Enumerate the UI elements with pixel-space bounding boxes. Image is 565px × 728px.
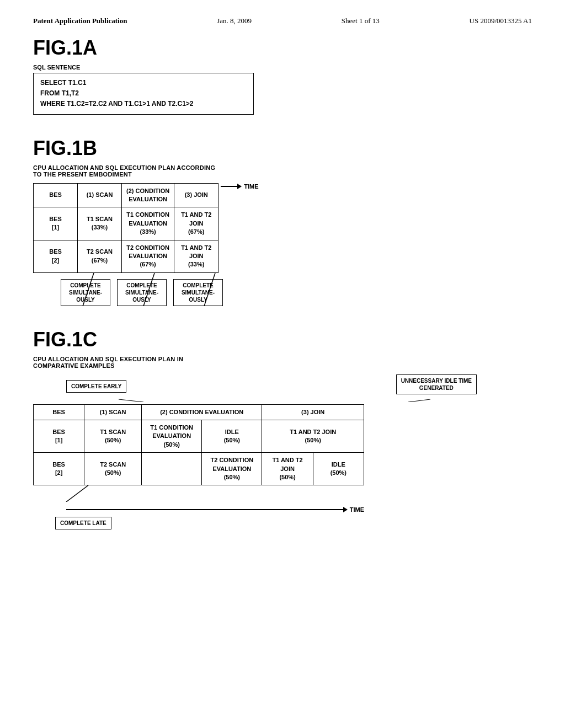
- fig1b-table-wrapper: BES (1) SCAN (2) CONDITIONEVALUATION (3)…: [33, 183, 218, 306]
- fig1c-content: BES (1) SCAN (2) CONDITION EVALUATION (3…: [33, 404, 532, 530]
- fig1c-table-wrapper: BES (1) SCAN (2) CONDITION EVALUATION (3…: [33, 404, 364, 530]
- table-row: BES[1] T1 SCAN(50%) T1 CONDITIONEVALUATI…: [34, 420, 364, 453]
- page-header: Patent Application Publication Jan. 8, 2…: [33, 17, 532, 25]
- cell-t1scan: T1 SCAN(33%): [78, 207, 122, 240]
- sql-label: SQL SENTENCE: [33, 64, 532, 71]
- header-condition: (2) CONDITIONEVALUATION: [122, 183, 174, 207]
- fig1b-title: FIG.1B: [33, 137, 532, 160]
- svg-line-5: [66, 485, 88, 502]
- fig1a-title: FIG.1A: [33, 36, 532, 60]
- sql-line-3: WHERE T1.C2=T2.C2 AND T1.C1>1 AND T2.C1>…: [40, 99, 247, 109]
- fig1c-callouts: COMPLETE EARLY UNNECESSARY IDLE TIMEGENE…: [33, 374, 532, 402]
- cell-t2scan-50: T2 SCAN(50%): [84, 453, 142, 485]
- cell-t2cond: T2 CONDITIONEVALUATION(67%): [122, 240, 174, 272]
- pub-title: Patent Application Publication: [33, 17, 127, 25]
- svg-line-4: [408, 399, 430, 402]
- fig1b-bottom: COMPLETESIMULTANE-OUSLY COMPLETESIMULTAN…: [33, 273, 218, 306]
- header-scan: (1) SCAN: [84, 404, 142, 420]
- cell-t1cond-50: T1 CONDITIONEVALUATION(50%): [142, 420, 202, 453]
- complete-boxes-row: COMPLETESIMULTANE-OUSLY COMPLETESIMULTAN…: [61, 279, 223, 306]
- header-scan: (1) SCAN: [78, 183, 122, 207]
- cell-t2join: T1 AND T2JOIN(33%): [174, 240, 218, 272]
- cell-t1cond: T1 CONDITIONEVALUATION(33%): [122, 207, 174, 240]
- svg-line-3: [119, 399, 143, 402]
- complete-box-3: COMPLETESIMULTANE-OUSLY: [173, 279, 223, 306]
- sql-line-1: SELECT T1.C1: [40, 78, 247, 88]
- time-arrow-wrapper: TIME: [221, 183, 258, 201]
- diagonal-lines-1c: [33, 485, 364, 502]
- header-bes: BES: [34, 404, 84, 420]
- cell-empty: [142, 453, 202, 485]
- fig1b-subtitle: CPU ALLOCATION AND SQL EXECUTION PLAN AC…: [33, 164, 532, 178]
- table-row: BES (1) SCAN (2) CONDITIONEVALUATION (3)…: [34, 183, 218, 207]
- complete-late: COMPLETE LATE: [55, 517, 111, 529]
- time-line: [221, 186, 237, 187]
- header-join: (3) JOIN: [174, 183, 218, 207]
- fig1c-title: FIG.1C: [33, 328, 532, 351]
- callout-arrows: [33, 374, 532, 402]
- fig1b-content: BES (1) SCAN (2) CONDITIONEVALUATION (3)…: [33, 183, 532, 306]
- time-label-1c: TIME: [350, 506, 364, 513]
- sql-box: SELECT T1.C1 FROM T1,T2 WHERE T1.C2=T2.C…: [33, 73, 254, 115]
- table-row: BES[1] T1 SCAN(33%) T1 CONDITIONEVALUATI…: [34, 207, 218, 240]
- cell-t1t2join-50-2: T1 AND T2JOIN(50%): [262, 453, 313, 485]
- cell-t1t2join-50: T1 AND T2 JOIN(50%): [262, 420, 364, 453]
- cell-bes1: BES[1]: [34, 207, 78, 240]
- cell-t1join: T1 AND T2JOIN(67%): [174, 207, 218, 240]
- fig1c-bottom: TIME COMPLETE LATE: [33, 485, 364, 529]
- table-row: BES[2] T2 SCAN(50%) T2 CONDITIONEVALUATI…: [34, 453, 364, 485]
- cell-bes2: BES[2]: [34, 240, 78, 272]
- complete-box-2: COMPLETESIMULTANE-OUSLY: [117, 279, 167, 306]
- sheet-info: Sheet 1 of 13: [342, 17, 380, 25]
- time-label: TIME: [244, 183, 258, 190]
- fig1b-table: BES (1) SCAN (2) CONDITIONEVALUATION (3)…: [33, 183, 218, 273]
- fig1c-section: FIG.1C CPU ALLOCATION AND SQL EXECUTION …: [33, 328, 532, 530]
- cell-bes1: BES[1]: [34, 420, 84, 453]
- cell-t2scan: T2 SCAN(67%): [78, 240, 122, 272]
- fig1a-section: FIG.1A SQL SENTENCE SELECT T1.C1 FROM T1…: [33, 36, 532, 115]
- complete-box-1: COMPLETESIMULTANE-OUSLY: [61, 279, 110, 306]
- fig1c-table: BES (1) SCAN (2) CONDITION EVALUATION (3…: [33, 404, 364, 486]
- time-row-1c: TIME: [33, 506, 364, 513]
- time-arrow: TIME: [221, 183, 258, 190]
- fig1c-subtitle: CPU ALLOCATION AND SQL EXECUTION PLAN IN…: [33, 356, 532, 369]
- table-row: BES (1) SCAN (2) CONDITION EVALUATION (3…: [34, 404, 364, 420]
- time-arrowhead-1c: [343, 507, 348, 512]
- cell-idle-50-1: IDLE(50%): [202, 420, 262, 453]
- header-condition: (2) CONDITION EVALUATION: [142, 404, 262, 420]
- sql-line-2: FROM T1,T2: [40, 88, 247, 99]
- time-arrowhead: [237, 184, 242, 189]
- header-join: (3) JOIN: [262, 404, 364, 420]
- pub-date: Jan. 8, 2009: [217, 17, 252, 25]
- table-row: BES[2] T2 SCAN(67%) T2 CONDITIONEVALUATI…: [34, 240, 218, 272]
- cell-bes2: BES[2]: [34, 453, 84, 485]
- complete-late-wrapper: COMPLETE LATE: [55, 517, 111, 529]
- cell-idle-50-2: IDLE(50%): [313, 453, 364, 485]
- cell-t2cond-50: T2 CONDITIONEVALUATION(50%): [202, 453, 262, 485]
- time-line-1c: [66, 509, 343, 510]
- header-bes: BES: [34, 183, 78, 207]
- fig1b-section: FIG.1B CPU ALLOCATION AND SQL EXECUTION …: [33, 137, 532, 306]
- patent-number: US 2009/0013325 A1: [470, 17, 532, 25]
- cell-t1scan-50: T1 SCAN(50%): [84, 420, 142, 453]
